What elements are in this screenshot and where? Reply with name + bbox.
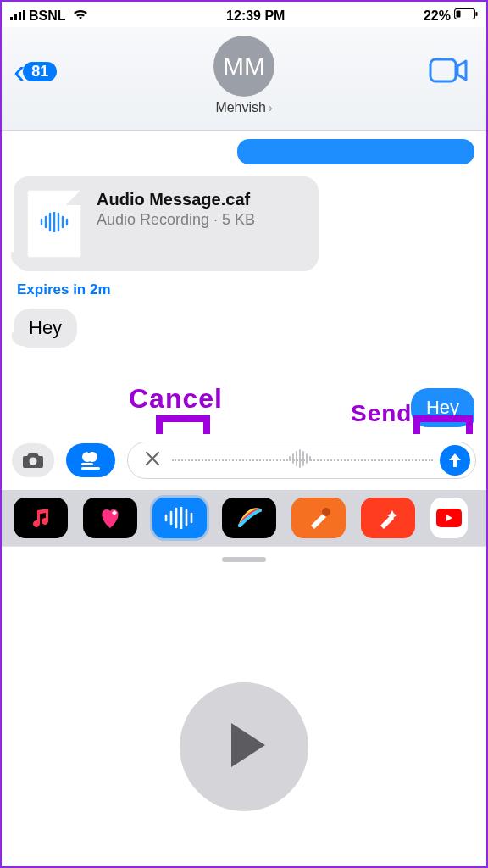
expiry-label: Expires in 2m xyxy=(17,281,474,298)
drawer-grabber[interactable] xyxy=(222,557,266,562)
imessage-app-drawer[interactable] xyxy=(2,490,486,546)
camera-button[interactable] xyxy=(12,443,54,477)
back-button[interactable]: ‹ 81 xyxy=(14,53,57,91)
waveform-icon xyxy=(288,449,317,471)
app-audio-messages[interactable] xyxy=(152,498,207,538)
message-list[interactable]: Audio Message.caf Audio Recording · 5 KB… xyxy=(2,139,486,448)
svg-point-31 xyxy=(322,508,330,516)
conversation-header: ‹ 81 MM Mehvish › xyxy=(2,27,486,131)
audio-attachment-bubble[interactable]: Audio Message.caf Audio Recording · 5 KB xyxy=(14,176,319,271)
svg-rect-6 xyxy=(476,12,478,16)
svg-rect-17 xyxy=(81,467,100,470)
carrier-label: BSNL xyxy=(29,8,66,24)
attachment-title: Audio Message.caf xyxy=(97,190,255,209)
unread-count-badge: 81 xyxy=(23,62,57,81)
play-button[interactable] xyxy=(180,682,308,811)
battery-percent: 22% xyxy=(424,8,451,24)
contact-name: Mehvish xyxy=(215,100,266,115)
close-icon xyxy=(145,451,160,466)
audio-preview-panel xyxy=(2,546,486,866)
app-digital-touch[interactable] xyxy=(222,498,276,538)
avatar: MM xyxy=(214,36,274,97)
status-bar: BSNL 12:39 PM 22% xyxy=(2,2,486,27)
svg-rect-5 xyxy=(457,11,461,18)
audio-compose-field xyxy=(127,442,476,479)
avatar-initials: MM xyxy=(223,52,265,81)
svg-rect-2 xyxy=(19,12,21,20)
play-icon xyxy=(226,721,269,772)
app-garageband[interactable] xyxy=(291,498,346,538)
svg-rect-0 xyxy=(10,17,13,20)
app-effects[interactable] xyxy=(361,498,415,538)
wifi-icon xyxy=(73,8,88,24)
waveform-icon xyxy=(40,212,69,236)
sent-message-fragment[interactable] xyxy=(237,139,474,164)
apps-button[interactable] xyxy=(66,443,115,477)
app-music[interactable] xyxy=(14,498,68,538)
signal-icon xyxy=(10,8,25,24)
incoming-message-text: Hey xyxy=(29,317,62,338)
recording-waveform[interactable] xyxy=(172,451,433,470)
compose-row xyxy=(2,434,486,487)
svg-rect-16 xyxy=(81,463,93,465)
arrow-up-icon xyxy=(446,452,463,469)
svg-rect-7 xyxy=(430,59,456,81)
svg-point-15 xyxy=(30,458,37,465)
annotation-cancel: Cancel xyxy=(129,383,223,415)
incoming-message[interactable]: Hey xyxy=(14,309,77,348)
cancel-recording-button[interactable] xyxy=(140,446,165,475)
file-icon xyxy=(27,190,81,258)
contact-info[interactable]: MM Mehvish › xyxy=(214,36,274,115)
app-youtube[interactable] xyxy=(430,498,468,538)
attachment-subtitle: Audio Recording · 5 KB xyxy=(97,209,255,230)
facetime-button[interactable] xyxy=(429,56,469,88)
chevron-right-icon: › xyxy=(269,101,273,114)
clock: 12:39 PM xyxy=(226,8,285,24)
annotation-send: Send xyxy=(351,400,412,427)
send-button[interactable] xyxy=(440,445,470,476)
svg-rect-1 xyxy=(14,14,17,20)
svg-rect-3 xyxy=(23,10,25,20)
battery-icon xyxy=(454,8,478,24)
app-heart[interactable] xyxy=(83,498,137,538)
